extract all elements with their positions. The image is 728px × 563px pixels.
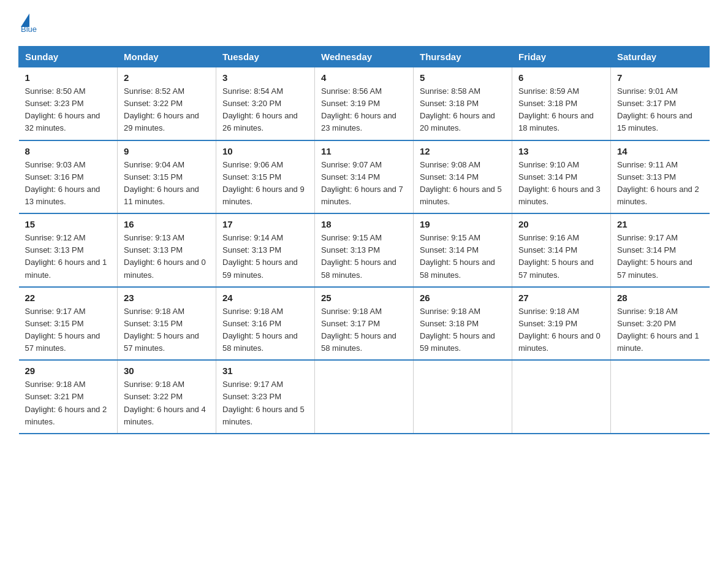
day-info: Sunrise: 9:03 AMSunset: 3:16 PMDaylight:…	[25, 159, 112, 209]
calendar-cell: 9 Sunrise: 9:04 AMSunset: 3:15 PMDayligh…	[118, 140, 216, 214]
day-info: Sunrise: 9:01 AMSunset: 3:17 PMDaylight:…	[617, 85, 703, 135]
day-info: Sunrise: 9:10 AMSunset: 3:14 PMDaylight:…	[518, 159, 604, 209]
day-number: 3	[222, 72, 308, 83]
calendar-cell: 10 Sunrise: 9:06 AMSunset: 3:15 PMDaylig…	[216, 140, 315, 214]
weekday-header-friday: Friday	[512, 47, 611, 67]
calendar-week-1: 1 Sunrise: 8:50 AMSunset: 3:23 PMDayligh…	[19, 67, 710, 140]
day-info: Sunrise: 8:54 AMSunset: 3:20 PMDaylight:…	[222, 85, 308, 135]
day-info: Sunrise: 9:18 AMSunset: 3:16 PMDaylight:…	[222, 305, 308, 355]
day-number: 10	[222, 146, 308, 156]
day-info: Sunrise: 9:18 AMSunset: 3:19 PMDaylight:…	[518, 305, 604, 355]
day-number: 28	[617, 293, 703, 303]
day-number: 8	[25, 146, 112, 156]
calendar-cell: 22 Sunrise: 9:17 AMSunset: 3:15 PMDaylig…	[19, 287, 118, 361]
day-info: Sunrise: 9:18 AMSunset: 3:18 PMDaylight:…	[420, 305, 506, 355]
day-info: Sunrise: 8:59 AMSunset: 3:18 PMDaylight:…	[518, 85, 604, 135]
calendar-cell: 8 Sunrise: 9:03 AMSunset: 3:16 PMDayligh…	[19, 140, 118, 214]
day-number: 30	[124, 366, 210, 376]
calendar-cell: 3 Sunrise: 8:54 AMSunset: 3:20 PMDayligh…	[216, 67, 315, 140]
day-info: Sunrise: 8:52 AMSunset: 3:22 PMDaylight:…	[124, 85, 210, 135]
calendar-cell: 28 Sunrise: 9:18 AMSunset: 3:20 PMDaylig…	[611, 287, 710, 361]
day-number: 24	[222, 293, 308, 303]
calendar-cell: 26 Sunrise: 9:18 AMSunset: 3:18 PMDaylig…	[414, 287, 512, 361]
day-info: Sunrise: 9:18 AMSunset: 3:17 PMDaylight:…	[321, 305, 407, 355]
calendar-cell: 16 Sunrise: 9:13 AMSunset: 3:13 PMDaylig…	[118, 213, 216, 287]
day-number: 31	[222, 366, 308, 376]
calendar-cell: 27 Sunrise: 9:18 AMSunset: 3:19 PMDaylig…	[512, 287, 611, 361]
calendar-cell: 23 Sunrise: 9:18 AMSunset: 3:15 PMDaylig…	[118, 287, 216, 361]
day-number: 11	[321, 146, 407, 156]
logo: Blue	[18, 12, 37, 34]
calendar-header-row: SundayMondayTuesdayWednesdayThursdayFrid…	[19, 47, 710, 67]
day-number: 1	[25, 72, 112, 83]
day-info: Sunrise: 9:11 AMSunset: 3:13 PMDaylight:…	[617, 159, 703, 209]
day-info: Sunrise: 8:50 AMSunset: 3:23 PMDaylight:…	[25, 85, 112, 135]
day-number: 2	[124, 72, 210, 83]
weekday-header-monday: Monday	[118, 47, 216, 67]
day-number: 18	[321, 219, 407, 229]
calendar-cell: 29 Sunrise: 9:18 AMSunset: 3:21 PMDaylig…	[19, 360, 118, 434]
calendar-week-3: 15 Sunrise: 9:12 AMSunset: 3:13 PMDaylig…	[19, 213, 710, 287]
day-number: 6	[518, 72, 604, 83]
calendar-week-2: 8 Sunrise: 9:03 AMSunset: 3:16 PMDayligh…	[19, 140, 710, 214]
calendar-cell: 17 Sunrise: 9:14 AMSunset: 3:13 PMDaylig…	[216, 213, 315, 287]
calendar-cell	[315, 360, 414, 434]
calendar-cell: 20 Sunrise: 9:16 AMSunset: 3:14 PMDaylig…	[512, 213, 611, 287]
day-info: Sunrise: 8:56 AMSunset: 3:19 PMDaylight:…	[321, 85, 407, 135]
day-info: Sunrise: 9:12 AMSunset: 3:13 PMDaylight:…	[25, 232, 112, 282]
day-number: 22	[25, 293, 112, 303]
calendar-cell: 2 Sunrise: 8:52 AMSunset: 3:22 PMDayligh…	[118, 67, 216, 140]
day-info: Sunrise: 9:18 AMSunset: 3:21 PMDaylight:…	[25, 378, 112, 428]
day-number: 23	[124, 293, 210, 303]
day-info: Sunrise: 9:04 AMSunset: 3:15 PMDaylight:…	[124, 159, 210, 209]
weekday-header-tuesday: Tuesday	[216, 47, 315, 67]
calendar-week-4: 22 Sunrise: 9:17 AMSunset: 3:15 PMDaylig…	[19, 287, 710, 361]
day-info: Sunrise: 9:18 AMSunset: 3:15 PMDaylight:…	[124, 305, 210, 355]
calendar-week-5: 29 Sunrise: 9:18 AMSunset: 3:21 PMDaylig…	[19, 360, 710, 434]
calendar-cell: 24 Sunrise: 9:18 AMSunset: 3:16 PMDaylig…	[216, 287, 315, 361]
calendar-cell	[414, 360, 512, 434]
day-number: 19	[420, 219, 506, 229]
calendar-cell	[611, 360, 710, 434]
calendar-cell	[512, 360, 611, 434]
calendar-cell: 19 Sunrise: 9:15 AMSunset: 3:14 PMDaylig…	[414, 213, 512, 287]
day-number: 16	[124, 219, 210, 229]
day-info: Sunrise: 9:14 AMSunset: 3:13 PMDaylight:…	[222, 232, 308, 282]
calendar-cell: 15 Sunrise: 9:12 AMSunset: 3:13 PMDaylig…	[19, 213, 118, 287]
logo-subtitle: Blue	[21, 25, 37, 34]
day-number: 12	[420, 146, 506, 156]
day-info: Sunrise: 9:07 AMSunset: 3:14 PMDaylight:…	[321, 159, 407, 209]
calendar-cell: 7 Sunrise: 9:01 AMSunset: 3:17 PMDayligh…	[611, 67, 710, 140]
day-info: Sunrise: 9:18 AMSunset: 3:22 PMDaylight:…	[124, 378, 210, 428]
day-info: Sunrise: 9:15 AMSunset: 3:14 PMDaylight:…	[420, 232, 506, 282]
day-number: 29	[25, 366, 112, 376]
calendar-cell: 14 Sunrise: 9:11 AMSunset: 3:13 PMDaylig…	[611, 140, 710, 214]
calendar-cell: 12 Sunrise: 9:08 AMSunset: 3:14 PMDaylig…	[414, 140, 512, 214]
calendar-cell: 30 Sunrise: 9:18 AMSunset: 3:22 PMDaylig…	[118, 360, 216, 434]
day-info: Sunrise: 9:18 AMSunset: 3:20 PMDaylight:…	[617, 305, 703, 355]
day-info: Sunrise: 9:08 AMSunset: 3:14 PMDaylight:…	[420, 159, 506, 209]
calendar-cell: 18 Sunrise: 9:15 AMSunset: 3:13 PMDaylig…	[315, 213, 414, 287]
day-info: Sunrise: 8:58 AMSunset: 3:18 PMDaylight:…	[420, 85, 506, 135]
day-number: 13	[518, 146, 604, 156]
day-number: 21	[617, 219, 703, 229]
day-info: Sunrise: 9:06 AMSunset: 3:15 PMDaylight:…	[222, 159, 308, 209]
calendar-cell: 4 Sunrise: 8:56 AMSunset: 3:19 PMDayligh…	[315, 67, 414, 140]
day-info: Sunrise: 9:17 AMSunset: 3:14 PMDaylight:…	[617, 232, 703, 282]
calendar-cell: 6 Sunrise: 8:59 AMSunset: 3:18 PMDayligh…	[512, 67, 611, 140]
day-number: 25	[321, 293, 407, 303]
weekday-header-wednesday: Wednesday	[315, 47, 414, 67]
day-info: Sunrise: 9:17 AMSunset: 3:23 PMDaylight:…	[222, 378, 308, 428]
day-info: Sunrise: 9:13 AMSunset: 3:13 PMDaylight:…	[124, 232, 210, 282]
calendar-cell: 11 Sunrise: 9:07 AMSunset: 3:14 PMDaylig…	[315, 140, 414, 214]
day-number: 20	[518, 219, 604, 229]
day-number: 15	[25, 219, 112, 229]
day-number: 14	[617, 146, 703, 156]
calendar-cell: 25 Sunrise: 9:18 AMSunset: 3:17 PMDaylig…	[315, 287, 414, 361]
day-info: Sunrise: 9:16 AMSunset: 3:14 PMDaylight:…	[518, 232, 604, 282]
calendar-cell: 13 Sunrise: 9:10 AMSunset: 3:14 PMDaylig…	[512, 140, 611, 214]
calendar-table: SundayMondayTuesdayWednesdayThursdayFrid…	[18, 46, 710, 434]
day-number: 27	[518, 293, 604, 303]
calendar-cell: 5 Sunrise: 8:58 AMSunset: 3:18 PMDayligh…	[414, 67, 512, 140]
day-info: Sunrise: 9:17 AMSunset: 3:15 PMDaylight:…	[25, 305, 112, 355]
